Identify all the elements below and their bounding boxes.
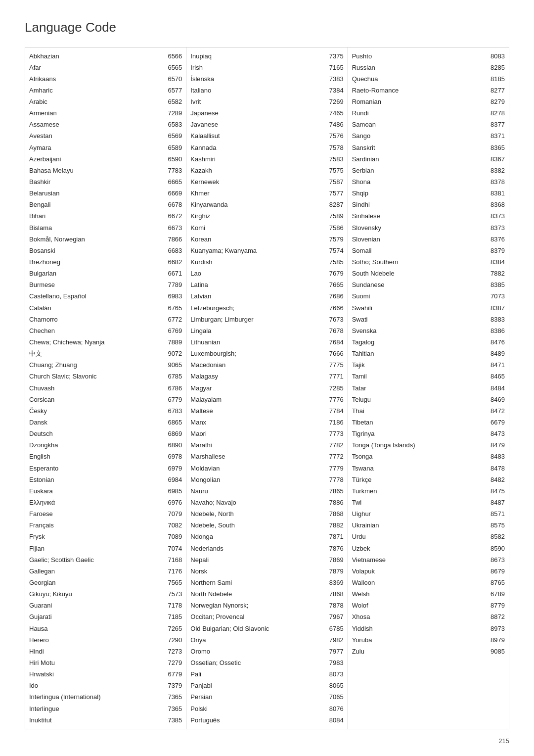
language-name: Yiddish: [352, 624, 489, 634]
language-name: Nederlands: [190, 544, 327, 554]
language-name: Swati: [352, 315, 489, 325]
language-code: 7375: [329, 51, 344, 61]
list-item: Magyar7285: [186, 382, 347, 394]
language-name: 中文: [29, 349, 166, 359]
language-name: Chuvash: [29, 383, 166, 393]
list-item: Gujarati7185: [25, 612, 186, 623]
language-code: 8285: [490, 63, 505, 73]
language-code: 7779: [329, 464, 344, 473]
language-code: 7578: [329, 143, 344, 153]
language-name: Ndonga: [190, 532, 327, 542]
language-name: Tonga (Tonga Islands): [352, 440, 489, 450]
language-name: Bulgarian: [29, 269, 166, 279]
language-name: Georgian: [29, 578, 166, 588]
language-name: Assamese: [29, 120, 166, 130]
list-item: Khmer7577: [186, 188, 347, 199]
language-name: Fijian: [29, 544, 166, 554]
language-code: 8973: [490, 624, 505, 634]
language-name: Ivrit: [190, 97, 327, 107]
language-name: Lithuanian: [190, 337, 327, 347]
language-code: 7889: [168, 337, 182, 347]
list-item: Bokmål, Norwegian7866: [25, 234, 186, 245]
language-code: 7865: [329, 486, 344, 496]
language-code: 8185: [490, 74, 505, 84]
list-item: Amharic6577: [25, 85, 186, 96]
language-name: Oriya: [190, 635, 327, 645]
language-name: Belarusian: [29, 189, 166, 198]
list-item: Interlingua (International)7365: [25, 692, 186, 703]
list-item: Slovensky8373: [348, 222, 509, 234]
list-item: Burmese7789: [25, 280, 186, 291]
list-item: Polski8076: [186, 703, 347, 714]
language-code: 7289: [168, 108, 182, 118]
language-name: Esperanto: [29, 464, 166, 473]
list-item: South Ndebele7882: [348, 268, 509, 280]
language-code: 8473: [490, 429, 505, 439]
language-name: Sango: [352, 131, 489, 141]
language-name: Kinyarwanda: [190, 200, 327, 210]
language-code: 8076: [329, 704, 344, 714]
language-code: 8373: [490, 211, 505, 221]
list-item: Vietnamese8673: [348, 554, 509, 566]
language-name: Afar: [29, 63, 166, 73]
list-item: Walloon8765: [348, 577, 509, 588]
language-code: 7165: [329, 63, 344, 73]
list-item: Shqip8381: [348, 188, 509, 199]
language-code: 8478: [490, 464, 505, 473]
language-name: Inuktitut: [29, 715, 166, 725]
language-name: Chewa; Chichewa; Nyanja: [29, 337, 166, 347]
language-name: Norsk: [190, 567, 327, 576]
language-name: Íslenska: [190, 74, 327, 84]
list-item: Turkmen8475: [348, 485, 509, 497]
column-2: Inupiaq7375Irish7165Íslenska7383Italiano…: [186, 47, 347, 729]
list-item: Lithuanian7684: [186, 337, 347, 348]
language-name: Sardinian: [352, 154, 489, 164]
language-code: 6672: [168, 211, 182, 221]
language-name: Sundanese: [352, 280, 489, 290]
language-name: Tatar: [352, 383, 489, 393]
language-name: Northern Sami: [190, 578, 327, 588]
language-name: Moldavian: [190, 464, 327, 473]
list-item: Volapuk8679: [348, 566, 509, 577]
list-item: Italiano7384: [186, 85, 347, 96]
language-name: Frysk: [29, 532, 166, 542]
language-name: Pali: [190, 669, 327, 679]
language-name: Chamorro: [29, 315, 166, 325]
language-name: Deutsch: [29, 429, 166, 439]
language-code: 8582: [490, 532, 505, 542]
language-code: 7176: [168, 567, 182, 576]
language-name: Hausa: [29, 624, 166, 634]
language-name: Hindi: [29, 647, 166, 657]
language-code: 8484: [490, 383, 505, 393]
list-item: Sundanese8385: [348, 280, 509, 291]
language-name: Chuang; Zhuang: [29, 360, 166, 370]
language-name: Ελληνικά: [29, 498, 166, 508]
language-code: 7185: [168, 612, 182, 622]
list-item: Sotho; Southern8384: [348, 257, 509, 268]
list-item: Yoruba8979: [348, 634, 509, 646]
language-code: 7273: [168, 647, 182, 657]
list-item: Malagasy7771: [186, 371, 347, 382]
language-name: Tamil: [352, 372, 489, 381]
language-name: Sinhalese: [352, 211, 489, 221]
language-code: 8277: [490, 86, 505, 95]
language-name: Marshallese: [190, 452, 327, 462]
language-name: Ndebele, North: [190, 509, 327, 519]
list-item: Oriya7982: [186, 634, 347, 646]
language-name: Romanian: [352, 97, 489, 107]
list-item: Arabic6582: [25, 96, 186, 108]
list-item: Latina7665: [186, 280, 347, 291]
language-code: 8779: [490, 601, 505, 611]
language-name: Twi: [352, 498, 489, 508]
language-name: Tigrinya: [352, 429, 489, 439]
language-code: 7168: [168, 555, 182, 565]
list-item: Marshallese7772: [186, 451, 347, 463]
list-item: Afar6565: [25, 62, 186, 73]
language-name: Suomi: [352, 291, 489, 301]
list-item: Wolof8779: [348, 600, 509, 612]
list-item: Nederlands7876: [186, 543, 347, 554]
language-name: Volapuk: [352, 567, 489, 576]
list-item: Nauru7865: [186, 485, 347, 497]
language-code: 7878: [329, 601, 344, 611]
language-code: 6678: [168, 200, 182, 210]
